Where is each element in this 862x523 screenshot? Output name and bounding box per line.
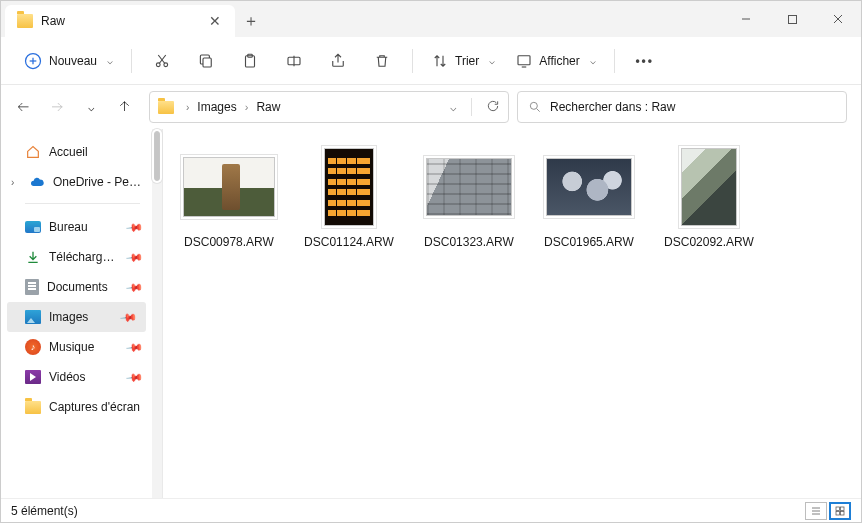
thumbnail (426, 158, 512, 216)
titlebar: Raw ✕ ＋ (1, 1, 861, 37)
delete-button[interactable] (362, 44, 402, 78)
refresh-button[interactable] (486, 99, 500, 116)
file-grid[interactable]: DSC00978.ARW DSC01124.ARW DSC01323.ARW D… (163, 129, 861, 498)
pin-icon[interactable]: 📌 (125, 218, 144, 237)
file-item[interactable]: DSC01323.ARW (413, 143, 525, 253)
pin-icon[interactable]: 📌 (125, 368, 144, 387)
copy-button[interactable] (186, 44, 226, 78)
file-item[interactable]: DSC01124.ARW (293, 143, 405, 253)
svg-line-9 (159, 55, 165, 63)
history-dropdown[interactable]: ⌵ (83, 101, 99, 114)
minimize-button[interactable] (723, 1, 769, 37)
search-icon (528, 100, 542, 114)
file-name: DSC02092.ARW (664, 235, 754, 249)
folder-icon (25, 401, 41, 414)
sort-button-label: Trier (455, 54, 479, 68)
cut-button[interactable] (142, 44, 182, 78)
chevron-down-icon: ⌵ (489, 55, 495, 66)
view-button[interactable]: Afficher ⌵ (507, 44, 603, 78)
forward-button[interactable]: 🡢 (49, 100, 65, 114)
svg-rect-25 (836, 511, 840, 515)
chevron-down-icon: ⌵ (590, 55, 596, 66)
sidebar-item-onedrive[interactable]: › OneDrive - Personnel (1, 167, 152, 197)
sidebar-item-music[interactable]: Musique 📌 (1, 332, 152, 362)
sidebar-item-label: Captures d'écran (49, 400, 142, 414)
chevron-right-icon[interactable]: › (186, 102, 189, 113)
desktop-icon (25, 221, 41, 233)
chevron-right-icon: › (245, 101, 249, 113)
sidebar-item-home[interactable]: Accueil (1, 137, 152, 167)
toolbar: Nouveau ⌵ Trier ⌵ Afficher ⌵ ••• (1, 37, 861, 85)
share-button[interactable] (318, 44, 358, 78)
maximize-button[interactable] (769, 1, 815, 37)
sidebar-item-documents[interactable]: Documents 📌 (1, 272, 152, 302)
status-count: 5 élément(s) (11, 504, 78, 518)
search-input[interactable]: Rechercher dans : Raw (517, 91, 847, 123)
breadcrumb-segment[interactable]: Raw (256, 100, 280, 114)
svg-rect-1 (788, 15, 796, 23)
sidebar-item-label: Musique (49, 340, 120, 354)
svg-rect-26 (841, 511, 845, 515)
chevron-right-icon[interactable]: › (11, 177, 21, 188)
navigation-row: 🡠 🡢 ⌵ 🡡 › Images › Raw ⌵ Rechercher dans… (1, 85, 861, 129)
images-icon (25, 310, 41, 324)
sidebar: Accueil › OneDrive - Personnel Bureau 📌 … (1, 129, 163, 498)
separator (412, 49, 413, 73)
back-button[interactable]: 🡠 (15, 100, 31, 114)
separator (25, 203, 140, 204)
separator (614, 49, 615, 73)
svg-rect-23 (836, 507, 840, 511)
status-bar: 5 élément(s) (1, 498, 861, 522)
pin-icon[interactable]: 📌 (119, 308, 138, 327)
thumbnail (681, 148, 737, 226)
sidebar-item-videos[interactable]: Vidéos 📌 (1, 362, 152, 392)
sidebar-item-desktop[interactable]: Bureau 📌 (1, 212, 152, 242)
thumbnails-view-button[interactable] (829, 502, 851, 520)
svg-rect-24 (841, 507, 845, 511)
new-button[interactable]: Nouveau ⌵ (15, 44, 121, 78)
home-icon (25, 144, 41, 160)
download-icon (25, 249, 41, 265)
close-tab-icon[interactable]: ✕ (207, 13, 223, 29)
new-tab-button[interactable]: ＋ (235, 5, 267, 37)
search-placeholder: Rechercher dans : Raw (550, 100, 675, 114)
paste-button[interactable] (230, 44, 270, 78)
sidebar-scrollbar[interactable] (152, 129, 162, 498)
pin-icon[interactable]: 📌 (125, 338, 144, 357)
content-area: DSC00978.ARW DSC01124.ARW DSC01323.ARW D… (163, 129, 861, 498)
file-item[interactable]: DSC00978.ARW (173, 143, 285, 253)
file-item[interactable]: DSC01965.ARW (533, 143, 645, 253)
sidebar-item-label: Documents (47, 280, 120, 294)
music-icon (25, 339, 41, 355)
pin-icon[interactable]: 📌 (125, 248, 144, 267)
thumbnail (324, 148, 374, 226)
window-tab[interactable]: Raw ✕ (5, 5, 235, 37)
breadcrumb-segment[interactable]: Images (197, 100, 236, 114)
thumbnail (183, 157, 275, 217)
folder-icon (17, 14, 33, 28)
up-button[interactable]: 🡡 (117, 100, 133, 114)
sort-button[interactable]: Trier ⌵ (423, 44, 503, 78)
sidebar-item-captures[interactable]: Captures d'écran (1, 392, 152, 422)
nav-arrows: 🡠 🡢 ⌵ 🡡 (15, 100, 133, 114)
sidebar-item-images[interactable]: Images 📌 (7, 302, 146, 332)
rename-button[interactable] (274, 44, 314, 78)
more-button[interactable]: ••• (625, 44, 665, 78)
breadcrumb[interactable]: › Images › Raw ⌵ (149, 91, 509, 123)
breadcrumb-dropdown[interactable]: ⌵ (450, 101, 457, 114)
tab-title: Raw (41, 14, 199, 28)
details-view-button[interactable] (805, 502, 827, 520)
close-window-button[interactable] (815, 1, 861, 37)
svg-line-19 (537, 109, 540, 112)
pin-icon[interactable]: 📌 (125, 278, 144, 297)
sidebar-item-label: Téléchargements (49, 250, 120, 264)
window-controls (723, 1, 861, 37)
sidebar-item-label: Vidéos (49, 370, 120, 384)
svg-point-8 (164, 62, 168, 66)
cloud-icon (29, 174, 45, 190)
file-name: DSC00978.ARW (184, 235, 274, 249)
sidebar-item-downloads[interactable]: Téléchargements 📌 (1, 242, 152, 272)
folder-icon (158, 101, 174, 114)
svg-line-10 (158, 55, 164, 63)
file-item[interactable]: DSC02092.ARW (653, 143, 765, 253)
